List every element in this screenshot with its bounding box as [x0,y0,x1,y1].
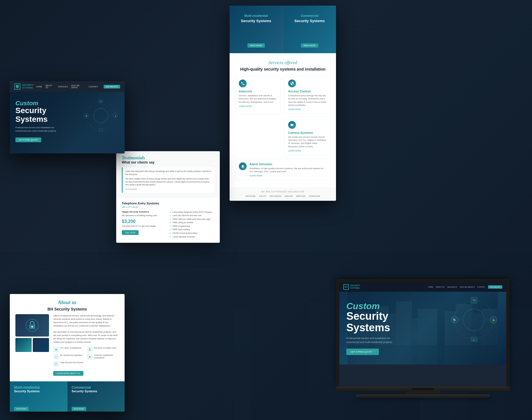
ws-back-card-2-title: Security Systems [286,19,333,23]
ws-main-hero-cta-btn[interactable]: GET A FREE QUOTE [15,137,41,142]
laptop-foot [356,394,490,398]
ws-dealer-hikvision: HIKVISION [270,195,281,197]
lws-nav-who[interactable]: WHO WE SERVE ▾ [460,286,475,288]
ws-about-sub-img-2 [33,338,49,352]
ws-about-feature-1-icon: ★ [53,347,59,352]
ws-hcb-1-btn[interactable]: READ MORE [14,407,29,411]
ws-service-access-icon [288,80,296,87]
ws-about-main-image [15,314,49,337]
lws-logo-sys: SYSTEMS [350,287,360,289]
laptop-base [336,386,510,391]
ws-services-grid: Intercom Service, installation and retro… [235,76,330,180]
lws-nav-contact[interactable]: CONTACT [477,286,486,288]
ws-service-alarm-learn[interactable]: LEARN MORE [249,175,327,177]
ws-back-hero: Multi-residential Security Systems READ … [230,6,336,53]
ws-service-intercom-name: Intercom [239,90,277,93]
ws-hcb-2-btn[interactable]: READ MORE [72,407,86,411]
ws-test-quote-text: I was very impressed with Hassy's knowle… [125,170,211,176]
ws-about-sub-img-1 [15,338,32,352]
lws-hero-title-1: Security [346,311,499,322]
lws-hero-cta-btn[interactable]: GET A FREE QUOTE › [346,349,379,355]
ws-dealers-section: WE ARE AUTHORIZED DEALERS FOR AIPHONE SA… [230,187,336,201]
ws-hcb-1-title: Security Systems [14,389,63,393]
ws-about-sub-images [15,338,49,352]
ws-nav-about[interactable]: ABOUT US [45,85,54,88]
ws-about-feature-1: ★ 20+ Years of Experience [53,347,85,352]
lws-nav-services[interactable]: SERVICES ▾ [447,286,457,288]
lws-hero-italic: Custom [346,302,499,311]
ws-tel-content: Happy Security Solutions We specialize i… [122,211,214,239]
svg-point-28 [31,326,33,328]
lws-hero-desc: Professional service and installation fo… [346,337,402,344]
ws-main-logo-icon [14,83,20,90]
ws-service-intercom-icon [239,80,247,87]
ws-service-access-name: Access Control [288,90,327,93]
ws-about-feature-2-text: Fair price no hidden costs [94,347,116,349]
laptop-screen-content: BH SECURITY SYSTEMS HOME ABOUT US SERVIC… [339,282,506,387]
ws-service-camera-learn[interactable]: LEARN MORE [288,150,327,152]
ws-about-learn-btn[interactable]: LEARN MORE ABOUT US [53,371,83,376]
ws-test-heading: Testimonials [122,155,214,160]
ws-about-feature-3-icon: ✓ [53,354,59,360]
ws-dealer-salto: SALTO [259,195,266,197]
ws-about-feature-4-icon: ★ [87,354,93,360]
ws-nav-services[interactable]: SERVICES [58,86,68,88]
ws-service-camera-desc: We install and service Closed Circuit Te… [288,136,327,148]
ws-about-content: Offers exceptional service, advanced tec… [15,314,119,376]
ws-back-card-1-btn[interactable]: READ MORE [247,43,265,48]
lws-logo-text: SECURITY SYSTEMS [350,284,360,289]
laptop-mockup: BH SECURITY SYSTEMS HOME ABOUT US SERVIC… [336,279,510,398]
ws-nav-phone[interactable]: 604.449.2477 [104,85,120,88]
website-screenshot-back: Multi-residential Security Systems READ … [230,6,336,201]
ws-about-features: ★ 20+ Years of Experience $ Fair price n… [53,347,119,367]
ws-about-feature-5-text: Fully licensed and Insured [60,361,83,364]
ws-dealer-logos: AIPHONE SALTO HIKVISION AMSAB MIRCOM OVE… [235,195,330,197]
ws-back-card-1-label: Multi-residential Security Systems [232,14,280,23]
ws-back-card-2-btn[interactable]: READ MORE [301,43,318,48]
ws-service-intercom: Intercom Service, installation and retro… [235,76,281,114]
ws-back-card-1-title: Security Systems [232,19,280,23]
ws-back-card-2-subtitle: Commercial [286,14,333,18]
ws-nav-home[interactable]: HOME [36,86,42,88]
ws-main-hero-title-1: Security [15,106,119,115]
ws-about-feature-5-icon: 🛡 [53,361,59,367]
ws-test-author: Zo Kouverais [125,188,211,190]
ws-tel-company: Happy Security Solutions [122,211,165,213]
ws-back-hero-card-2: Commercial Security Systems READ MORE [283,6,336,53]
ws-service-alarm-icon [239,162,247,170]
ws-about-images [15,314,49,376]
lws-logo-box: BH [343,284,349,290]
ws-service-access-learn[interactable]: LEARN MORE [288,108,327,110]
ws-about-company-name: BH Security Systems [15,307,119,311]
ws-services-section: Services offered High-quality security s… [230,53,336,187]
ws-dealers-label: WE ARE AUTHORIZED DEALERS FOR [235,191,330,193]
lws-logo-sec: SECURITY [350,284,360,286]
ws-about-heading: About us [15,300,119,305]
ws-tel-subtitle: with LDT LINUM [122,206,214,208]
ws-service-camera: Camera Systems We install and service Cl… [284,117,330,155]
ws-services-subtitle: Services offered [235,60,330,65]
ws-main-hero: 📷 🔒 📡 Custom Security Systems Profession… [10,92,125,153]
ws-services-title: High-quality security systems and instal… [235,67,330,72]
ws-nav-contact[interactable]: CONTACT [89,86,98,88]
lws-nav-links: HOME ABOUT US SERVICES ▾ WHO WE SERVE ▾ … [428,285,502,289]
ws-main-nav-logo: SECURITY SYSTEMS [14,83,33,90]
ws-tel-feature-6: FREE basic training [169,228,214,232]
ws-about-feature-3: ✓ BC Owned and Operated [53,354,85,360]
ws-about-feature-5: 🛡 Fully licensed and Insured [53,361,85,367]
lws-nav-phone[interactable]: 604.449.2477 [488,285,502,289]
ws-tel-right: Lutron Base Telephone Entry (STO) Premiu… [169,211,214,239]
ws-hcb-1-subtitle: Multi-residential [14,386,63,389]
ws-tel-call-btn[interactable]: CALL NOW [122,230,139,235]
lws-cta-arrow-icon: › [374,351,375,353]
website-screenshot-about: About us BH Security Systems [10,294,125,412]
ws-about-feature-3-text: BC Owned and Operated [60,354,82,356]
ws-tel-price-note: Call (604) 449-2477 to get more details. [122,225,165,227]
lws-nav-home[interactable]: HOME [428,286,433,288]
ws-about-lock-icon [25,318,39,332]
ws-tel-feature-1: Lutron Base Telephone Entry (STO) Premiu… [169,211,214,214]
ws-service-intercom-learn[interactable]: LEARN MORE [239,105,277,107]
ws-nav-who[interactable]: WHO WE SERVE [71,85,85,88]
lws-nav-about[interactable]: ABOUT US [436,286,445,288]
ws-about-text: Offers exceptional service, advanced tec… [53,314,119,376]
